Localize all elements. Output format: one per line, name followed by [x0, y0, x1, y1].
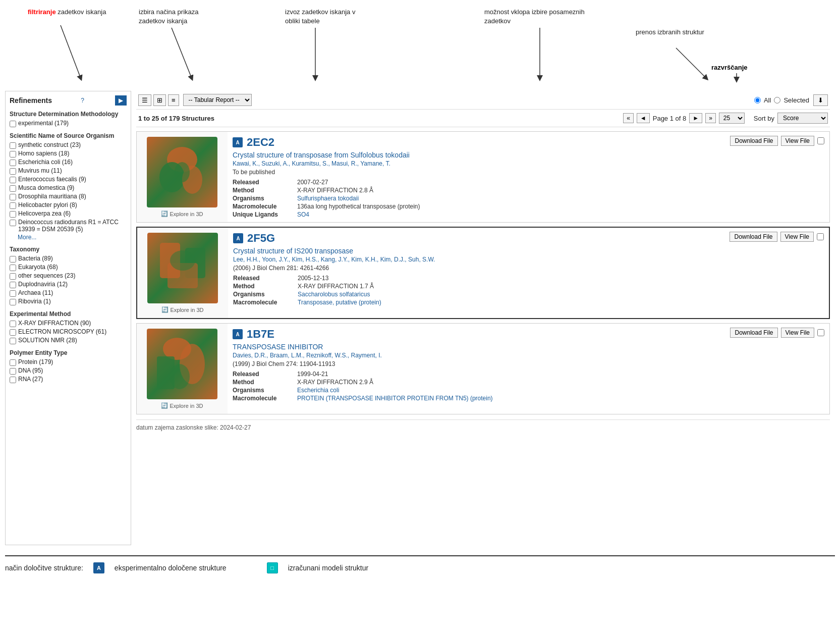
results-count: 1 to 25 of 179 Structures [138, 115, 620, 122]
explore-3d-1b7e[interactable]: 🔄 Explore in 3D [161, 402, 203, 409]
pdb-id-2ec2[interactable]: 2EC2 [247, 136, 274, 149]
all-selected-radio-group: All Selected [754, 96, 809, 104]
annotation-arrows [5, 5, 835, 88]
card-authors-2f5g: Lee, H.H., Yoon, J.Y., Kim, H.S., Kang, … [233, 256, 824, 263]
footer-date: datum zajema zaslonske slike: 2024-02-27 [136, 419, 830, 435]
sidebar-item-helicobacter[interactable]: Helicobacter pylori (8) [10, 201, 127, 209]
sidebar-item-muvirus[interactable]: Muvirus mu (11) [10, 167, 127, 175]
sidebar-help-icon[interactable]: ? [81, 97, 84, 104]
card-content-1b7e: A 1B7E Download File View File TRANSPOSA… [228, 324, 829, 414]
sidebar-item-drosophila[interactable]: Drosophila mauritiana (8) [10, 193, 127, 200]
display-mode-annotation: izbira načina prikaza zadetkov iskanja [139, 8, 219, 26]
sidebar-item-experimental[interactable]: experimental (179) [10, 120, 127, 127]
explore-3d-2f5g[interactable]: 🔄 Explore in 3D [161, 306, 203, 313]
sidebar-item-em[interactable]: ELECTRON MICROSCOPY (61) [10, 328, 127, 336]
all-radio-label: All [764, 96, 771, 104]
sidebar-item-protein[interactable]: Protein (179) [10, 358, 127, 366]
checkbox-experimental[interactable] [10, 121, 16, 127]
sidebar-more-organisms[interactable]: More... [18, 234, 127, 241]
sidebar-item-helicoverpa[interactable]: Helicoverpa zea (6) [10, 210, 127, 218]
select-checkbox-1b7e[interactable] [817, 329, 824, 336]
card-image-2ec2: 🔄 Explore in 3D [137, 132, 228, 222]
selected-radio[interactable] [774, 97, 780, 103]
download-btn[interactable]: ⬇ [813, 94, 828, 106]
prev-page-btn[interactable]: ◄ [637, 113, 650, 123]
pdb-id-1b7e[interactable]: 1B7E [247, 328, 274, 341]
sidebar-item-dna[interactable]: DNA (95) [10, 367, 127, 375]
sidebar-item-musca[interactable]: Musca domestica (9) [10, 184, 127, 192]
section-title-methodology: Structure Determination Methodology [10, 111, 127, 118]
legend-comp-icon: □ [267, 562, 278, 573]
card-journal-2f5g: (2006) J Biol Chem 281: 4261-4266 [233, 265, 824, 272]
transfer-selected-annotation: prenos izbranih struktur [636, 28, 704, 37]
sidebar-item-deinococcus[interactable]: Deinococcus radiodurans R1 = ATCC 13939 … [10, 219, 127, 233]
svg-point-9 [175, 162, 190, 182]
toolbar: ☰ ⊞ ≡ -- Tabular Report -- All Selected … [136, 91, 830, 110]
sidebar-item-synthetic[interactable]: synthetic construct (23) [10, 141, 127, 149]
card-details-2ec2: Released 2007-02-27 Method X-RAY DIFFRAC… [233, 179, 824, 218]
download-file-btn-2f5g[interactable]: Download File [730, 232, 777, 242]
view-file-btn-2f5g[interactable]: View File [780, 232, 814, 242]
last-page-btn[interactable]: » [705, 113, 716, 123]
tabular-report-select[interactable]: -- Tabular Report -- [183, 94, 252, 106]
explore-3d-2ec2[interactable]: 🔄 Explore in 3D [161, 211, 203, 217]
svg-line-1 [172, 28, 192, 78]
first-page-btn[interactable]: « [623, 113, 634, 123]
sidebar-item-enterococcus[interactable]: Enterococcus faecalis (9) [10, 176, 127, 183]
sidebar-item-nmr[interactable]: SOLUTION NMR (28) [10, 337, 127, 344]
protein-image-2ec2 [147, 137, 217, 207]
svg-point-13 [170, 250, 195, 271]
card-image-2f5g: 🔄 Explore in 3D [137, 228, 228, 318]
structure-card-2ec2: 🔄 Explore in 3D A 2EC2 Download File [136, 131, 830, 223]
all-radio[interactable] [754, 97, 761, 103]
sidebar-item-rna[interactable]: RNA (27) [10, 376, 127, 383]
view-file-btn-1b7e[interactable]: View File [781, 328, 814, 338]
card-details-1b7e: Released 1999-04-21 Method X-RAY DIFFRAC… [233, 371, 824, 402]
export-annotation: izvoz zadetkov iskanja v obliki tabele [285, 8, 366, 26]
pagination-bar: 1 to 25 of 179 Structures « ◄ Page 1 of … [136, 110, 830, 127]
sidebar-toggle-btn[interactable]: ▶ [115, 95, 127, 106]
sidebar-item-xray[interactable]: X-RAY DIFFRACTION (90) [10, 320, 127, 327]
legend-prefix: način določitve strukture: [5, 564, 83, 572]
legend-exp-icon: A [93, 562, 104, 573]
protein-image-2f5g [147, 233, 218, 303]
section-title-organism: Scientific Name of Source Organism [10, 132, 127, 139]
sort-by-label: Sort by [754, 115, 774, 122]
view-grid-btn[interactable]: ⊞ [153, 94, 166, 106]
filtering-label: zadetkov iskanja [58, 8, 106, 16]
download-file-btn-1b7e[interactable]: Download File [730, 328, 777, 338]
card-details-2f5g: Released 2005-12-13 Method X-RAY DIFFRAC… [233, 275, 824, 306]
view-file-btn-2ec2[interactable]: View File [781, 136, 814, 146]
card-title-2f5g[interactable]: Crystal structure of IS200 transposase [233, 247, 824, 255]
sort-annotation: razvrščanje [711, 63, 748, 72]
sidebar-item-eukaryota[interactable]: Eukaryota (68) [10, 264, 127, 271]
structure-card-2f5g: 🔄 Explore in 3D A 2F5G Download File [136, 227, 830, 319]
card-authors-2ec2: Kawai, K., Suzuki, A., Kuramitsu, S., Ma… [233, 160, 824, 167]
sidebar-item-riboviria[interactable]: Riboviria (1) [10, 298, 127, 305]
next-page-btn[interactable]: ► [689, 113, 702, 123]
sidebar-item-archaea[interactable]: Archaea (11) [10, 289, 127, 297]
sidebar-item-bacteria[interactable]: Bacteria (89) [10, 255, 127, 262]
sidebar-item-duplodnaviria[interactable]: Duplodnaviria (12) [10, 281, 127, 288]
card-journal-2ec2: To be published [233, 169, 824, 176]
download-file-btn-2ec2[interactable]: Download File [730, 136, 777, 146]
legend-comp-label: izračunani modeli struktur [288, 564, 369, 572]
sort-select[interactable]: Score [777, 113, 828, 124]
select-checkbox-2f5g[interactable] [817, 233, 824, 240]
results-panel: ☰ ⊞ ≡ -- Tabular Report -- All Selected … [131, 91, 835, 545]
per-page-select[interactable]: 25 50 100 [719, 113, 745, 124]
card-title-1b7e[interactable]: TRANSPOSASE INHIBITOR [233, 343, 824, 351]
sidebar-item-ecoli[interactable]: Escherichia coli (16) [10, 159, 127, 166]
section-title-taxonomy: Taxonomy [10, 246, 127, 253]
select-checkbox-2ec2[interactable] [817, 137, 824, 144]
sidebar-item-other-sequences[interactable]: other sequences (23) [10, 272, 127, 280]
section-title-exp-method: Experimental Method [10, 310, 127, 318]
sidebar-item-homo[interactable]: Homo sapiens (18) [10, 150, 127, 158]
method-icon-1b7e: A [233, 329, 243, 339]
view-compact-btn[interactable]: ≡ [168, 94, 179, 106]
view-list-btn[interactable]: ☰ [138, 94, 151, 106]
card-title-2ec2[interactable]: Crystal structure of transposase from Su… [233, 151, 824, 159]
pdb-id-2f5g[interactable]: 2F5G [247, 232, 275, 245]
card-image-1b7e: 🔄 Explore in 3D [137, 324, 228, 414]
method-icon-2f5g: A [233, 233, 243, 243]
